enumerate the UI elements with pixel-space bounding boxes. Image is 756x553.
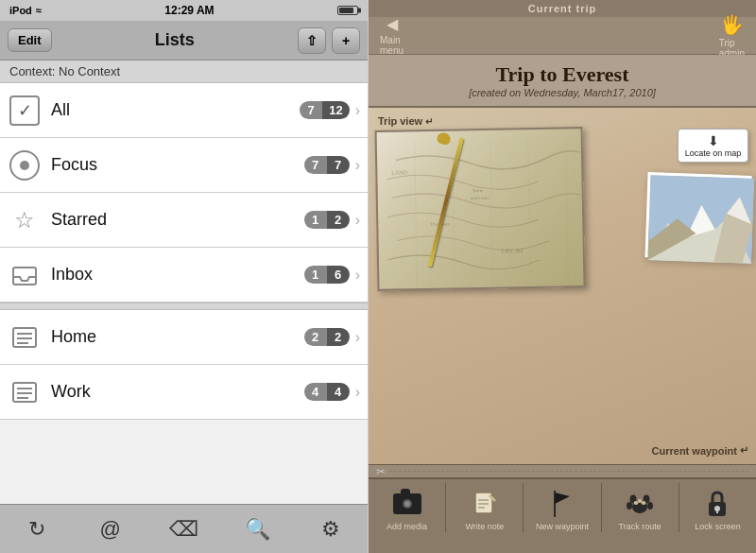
svg-text:LAND: LAND bbox=[391, 169, 407, 175]
list-separator bbox=[0, 302, 368, 310]
edit-button[interactable]: Edit bbox=[8, 28, 52, 52]
mountain-svg bbox=[647, 175, 754, 264]
checkbox-icon: ✓ bbox=[9, 95, 40, 126]
focus-icon bbox=[8, 148, 42, 182]
work-label: Work bbox=[51, 382, 304, 402]
home-list-icon bbox=[9, 322, 40, 353]
all-badge-left: 7 bbox=[300, 101, 322, 119]
battery-icon bbox=[337, 6, 358, 15]
list-item-all[interactable]: ✓ All 7 12 › bbox=[0, 83, 368, 138]
trip-action-bar: Add media Write note bbox=[369, 477, 756, 553]
starred-badge-right: 2 bbox=[327, 211, 350, 229]
tag-button[interactable]: ⌫ bbox=[163, 509, 204, 550]
locate-on-map-button[interactable]: ⬇ Locate on map bbox=[678, 129, 748, 163]
flag-icon bbox=[547, 489, 577, 519]
home-chevron: › bbox=[355, 329, 360, 346]
bottom-toolbar: ↻ @ ⌫ 🔍 ⚙ bbox=[0, 504, 368, 553]
list-item-home[interactable]: Home 2 2 › bbox=[0, 310, 368, 365]
inbox-badge-right: 6 bbox=[327, 266, 350, 284]
waypoint-return-icon: ↵ bbox=[740, 444, 748, 457]
svg-line-9 bbox=[415, 141, 418, 287]
trip-view-label: Trip view ↵ bbox=[378, 115, 433, 127]
track-route-button[interactable]: Track route bbox=[602, 483, 679, 532]
time-label: 12:29 AM bbox=[164, 4, 214, 17]
inbox-svg-icon bbox=[9, 260, 40, 290]
dashed-line bbox=[389, 471, 748, 472]
search-icon: 🔍 bbox=[245, 517, 270, 542]
list-item-inbox[interactable]: Inbox 1 6 › bbox=[0, 248, 368, 302]
map-image: LAND Thar plain Some other area LIEL AH bbox=[375, 127, 586, 291]
settings-button[interactable]: ⚙ bbox=[310, 509, 352, 550]
starred-chevron: › bbox=[355, 212, 360, 229]
starred-icon: ☆ bbox=[8, 203, 42, 237]
map-photo-container: LAND Thar plain Some other area LIEL AH bbox=[376, 129, 592, 294]
all-chevron: › bbox=[355, 102, 360, 119]
current-trip-label: Current trip bbox=[528, 3, 597, 14]
list-item-work[interactable]: Work 4 4 › bbox=[0, 365, 368, 420]
paw-icon bbox=[625, 489, 655, 519]
trip-title: Trip to Everest bbox=[376, 62, 748, 87]
starred-badge-left: 1 bbox=[304, 211, 327, 229]
write-note-button[interactable]: Write note bbox=[446, 483, 524, 532]
add-button[interactable]: + bbox=[332, 27, 360, 54]
target-icon bbox=[9, 150, 40, 181]
refresh-button[interactable]: ↻ bbox=[16, 509, 58, 550]
wifi-icon: ≈ bbox=[36, 5, 42, 16]
carrier-label: iPod bbox=[9, 5, 32, 16]
svg-text:other area: other area bbox=[471, 196, 490, 200]
at-button[interactable]: @ bbox=[90, 509, 131, 550]
write-note-svg-icon bbox=[472, 491, 498, 517]
add-context-button[interactable]: ⇧ bbox=[298, 27, 326, 54]
svg-line-11 bbox=[490, 140, 493, 286]
camera-icon bbox=[392, 489, 422, 519]
waypoint-text: Current waypoint bbox=[652, 445, 737, 457]
add-context-icon: ⇧ bbox=[306, 33, 318, 48]
new-waypoint-button[interactable]: New waypoint bbox=[524, 483, 601, 532]
search-button[interactable]: 🔍 bbox=[236, 509, 278, 550]
work-badge-right: 4 bbox=[327, 383, 350, 401]
inbox-chevron: › bbox=[355, 267, 360, 284]
trip-content: Trip view ↵ bbox=[369, 108, 756, 464]
note-icon bbox=[470, 489, 500, 519]
paw-svg-icon bbox=[626, 490, 654, 518]
add-media-button[interactable]: Add media bbox=[369, 483, 446, 532]
work-icon bbox=[8, 375, 42, 409]
all-badge-right: 12 bbox=[322, 101, 349, 119]
svg-point-29 bbox=[647, 502, 653, 510]
right-panel: Current trip ◀ Main menu 🖐 Trip admin Tr… bbox=[369, 0, 756, 553]
focus-badges: 7 7 bbox=[304, 156, 350, 174]
svg-line-13 bbox=[566, 138, 569, 285]
all-badges: 7 12 bbox=[300, 101, 349, 119]
home-label: Home bbox=[51, 327, 304, 347]
status-bar: iPod ≈ 12:29 AM bbox=[0, 0, 368, 21]
work-badges: 4 4 bbox=[304, 383, 350, 401]
work-badge-left: 4 bbox=[304, 383, 327, 401]
svg-point-32 bbox=[642, 501, 646, 505]
locate-down-arrow-icon: ⬇ bbox=[708, 133, 719, 148]
trip-subtitle: [created on Wednesday, March17, 2010] bbox=[376, 87, 748, 98]
tag-icon: ⌫ bbox=[169, 517, 198, 542]
hand-icon: 🖐 bbox=[720, 13, 744, 36]
track-route-label: Track route bbox=[619, 522, 662, 532]
main-menu-button[interactable]: ◀ Main menu bbox=[380, 15, 404, 56]
svg-point-28 bbox=[627, 502, 632, 510]
home-badge-left: 2 bbox=[304, 328, 327, 346]
inbox-icon bbox=[8, 258, 42, 292]
trip-title-area: Trip to Everest [created on Wednesday, M… bbox=[369, 55, 756, 108]
scissors-icon: ✂ bbox=[376, 465, 386, 478]
context-label: Context: No Context bbox=[9, 64, 120, 78]
starred-label: Starred bbox=[51, 210, 304, 230]
at-icon: @ bbox=[100, 517, 121, 542]
write-note-label: Write note bbox=[465, 522, 504, 532]
lock-screen-button[interactable]: Lock screen bbox=[679, 483, 756, 532]
star-icon: ☆ bbox=[14, 207, 35, 233]
list-item-focus[interactable]: Focus 7 7 › bbox=[0, 138, 368, 193]
waypoint-label: Current waypoint ↵ bbox=[652, 444, 748, 457]
camera-lens-icon bbox=[403, 499, 412, 509]
trip-admin-button[interactable]: 🖐 Trip admin bbox=[719, 13, 745, 59]
work-chevron: › bbox=[355, 384, 360, 401]
nav-right-buttons: ⇧ + bbox=[298, 27, 360, 54]
scissors-divider: ✂ bbox=[369, 464, 756, 477]
main-menu-label: Main menu bbox=[380, 35, 404, 56]
list-item-starred[interactable]: ☆ Starred 1 2 › bbox=[0, 193, 368, 248]
